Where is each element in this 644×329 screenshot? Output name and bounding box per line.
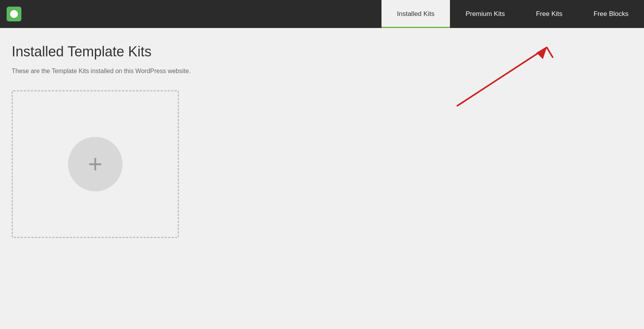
nav-tabs: Installed Kits Premium Kits Free Kits Fr… (28, 0, 644, 28)
tab-installed-kits[interactable]: Installed Kits (382, 0, 450, 28)
tab-free-blocks-label: Free Blocks (593, 10, 628, 18)
add-kit-card[interactable]: + (12, 90, 179, 238)
plus-icon: + (88, 152, 102, 177)
logo-area (0, 0, 28, 28)
logo-icon (7, 7, 21, 21)
tab-free-kits-label: Free Kits (536, 10, 562, 18)
tab-premium-kits[interactable]: Premium Kits (450, 0, 520, 28)
tab-premium-kits-label: Premium Kits (466, 10, 505, 18)
tab-free-blocks[interactable]: Free Blocks (578, 0, 644, 28)
tab-free-kits[interactable]: Free Kits (520, 0, 578, 28)
main-content: Installed Template Kits These are the Te… (0, 28, 644, 329)
header: Installed Kits Premium Kits Free Kits Fr… (0, 0, 644, 28)
envato-logo-svg (9, 9, 19, 19)
tab-installed-kits-label: Installed Kits (397, 10, 434, 18)
add-kit-circle: + (68, 137, 122, 191)
page-description: These are the Template Kits installed on… (12, 68, 632, 75)
page-title: Installed Template Kits (12, 44, 632, 60)
